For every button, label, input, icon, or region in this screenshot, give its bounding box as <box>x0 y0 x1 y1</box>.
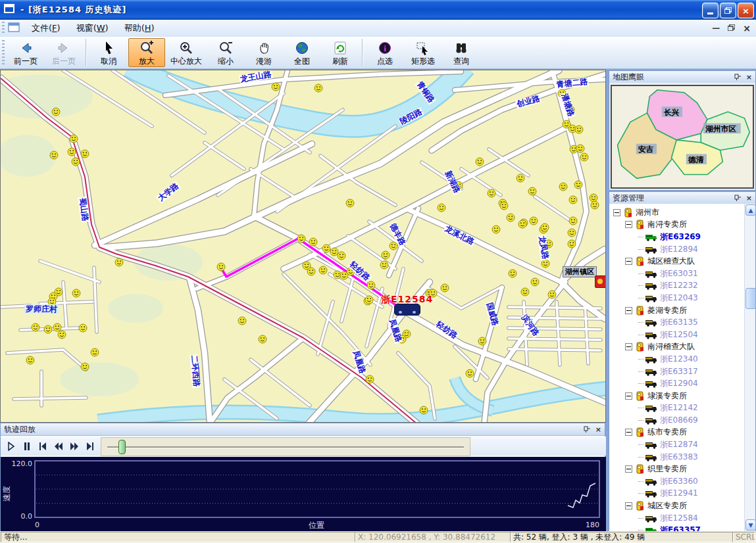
toolbar-button-zoom-in[interactable]: 放大 <box>128 38 165 67</box>
map-marker[interactable] <box>115 258 123 266</box>
tree-vehicle-浙E63357[interactable]: 浙E63357 <box>609 524 745 531</box>
map-marker[interactable] <box>507 214 515 222</box>
close-button[interactable]: × <box>738 3 754 18</box>
map-marker[interactable] <box>590 194 597 202</box>
map-marker[interactable] <box>68 148 76 156</box>
tree-vehicle-浙E12941[interactable]: 浙E12941 <box>609 488 745 500</box>
tree-vehicle-浙E12232[interactable]: 浙E12232 <box>609 280 745 293</box>
map-marker[interactable] <box>530 217 538 225</box>
tree-vehicle-浙E12340[interactable]: 浙E12340 <box>609 353 745 366</box>
slider-thumb[interactable] <box>118 440 126 454</box>
tree-group-菱湖专卖所[interactable]: 菱湖专卖所 <box>609 304 745 317</box>
map-marker[interactable] <box>367 281 375 289</box>
map-marker[interactable] <box>81 363 89 371</box>
map-marker[interactable] <box>521 288 529 296</box>
tree-vehicle-浙E63360[interactable]: 浙E63360 <box>609 475 745 488</box>
map-marker[interactable] <box>309 238 317 246</box>
map-marker[interactable] <box>272 83 280 91</box>
map-marker[interactable] <box>476 158 484 166</box>
map-marker[interactable] <box>559 183 567 191</box>
playback-slider[interactable] <box>101 437 470 456</box>
toolbar-button-rect-select[interactable]: 矩形选 <box>405 38 441 67</box>
menu-item-f[interactable]: 文件(F) <box>24 20 68 36</box>
map-marker[interactable] <box>575 126 583 133</box>
playback-fast-forward-button[interactable] <box>67 438 82 454</box>
tree-vehicle-浙E12904[interactable]: 浙E12904 <box>609 377 745 390</box>
toolbar-button-zoom-out[interactable]: 缩小 <box>207 38 244 67</box>
map-marker[interactable] <box>438 204 445 212</box>
toolbar-button-binoculars[interactable]: 查询 <box>443 38 480 67</box>
map-marker[interactable] <box>53 323 61 331</box>
tree-vehicle-浙E12504[interactable]: 浙E12504 <box>609 329 745 341</box>
playback-play-button[interactable] <box>4 438 18 454</box>
map-marker[interactable] <box>346 199 354 207</box>
close-icon[interactable]: × <box>746 74 752 81</box>
expand-icon[interactable] <box>625 258 632 265</box>
tree-group-城区稽查大队[interactable]: 城区稽查大队 <box>609 255 745 268</box>
expand-icon[interactable] <box>625 502 632 509</box>
toolbar-button-info-point[interactable]: i点选 <box>366 38 403 67</box>
tree-vehicle-浙E63317[interactable]: 浙E63317 <box>609 366 745 378</box>
map-marker[interactable] <box>574 181 582 189</box>
expand-icon[interactable] <box>625 221 632 228</box>
pin-icon[interactable] <box>734 73 742 82</box>
map-marker[interactable] <box>542 260 549 268</box>
playback-rewind-button[interactable] <box>51 438 66 454</box>
map-marker[interactable] <box>319 266 327 274</box>
mdi-close-icon[interactable]: × <box>743 23 751 34</box>
playback-skip-start-button[interactable] <box>36 438 50 454</box>
map-marker[interactable] <box>297 235 305 243</box>
map-marker[interactable] <box>517 174 524 182</box>
map-marker[interactable] <box>217 263 225 271</box>
map-marker[interactable] <box>568 240 576 248</box>
map-marker[interactable] <box>259 335 266 343</box>
map-marker[interactable] <box>79 324 87 332</box>
expand-icon[interactable] <box>625 307 632 314</box>
map-marker[interactable] <box>365 296 373 304</box>
map-marker[interactable] <box>531 278 539 286</box>
close-icon[interactable]: × <box>595 426 601 433</box>
mdi-restore-icon[interactable] <box>728 24 735 33</box>
tree-vehicle-浙E12894[interactable]: 浙E12894 <box>609 243 745 256</box>
map-marker[interactable] <box>91 348 99 356</box>
mdi-child-icon[interactable] <box>8 22 20 35</box>
tree-group-织里专卖所[interactable]: 织里专卖所 <box>609 463 745 475</box>
map-marker[interactable] <box>50 151 58 159</box>
tree-root[interactable]: 湖州市 <box>609 206 745 219</box>
map-marker[interactable] <box>315 84 322 92</box>
tree-vehicle-浙E63269[interactable]: 浙E63269 <box>609 231 745 243</box>
map-marker[interactable] <box>420 406 428 414</box>
toolbar-button-refresh[interactable]: 刷新 <box>322 38 359 67</box>
minimize-button[interactable] <box>702 3 718 18</box>
map-marker[interactable] <box>541 224 549 231</box>
expand-icon[interactable] <box>625 343 632 350</box>
slider-track[interactable] <box>107 446 464 448</box>
tree-group-埭溪专卖所[interactable]: 埭溪专卖所 <box>609 390 745 402</box>
toolbar-button-globe[interactable]: 全图 <box>284 38 320 67</box>
playback-pause-button[interactable] <box>20 438 34 454</box>
map-marker[interactable] <box>322 245 330 252</box>
toolbar-grip[interactable] <box>2 40 5 65</box>
map-marker[interactable] <box>500 202 508 210</box>
close-icon[interactable]: × <box>746 195 752 202</box>
map-marker[interactable] <box>466 369 474 377</box>
map-marker[interactable] <box>81 150 89 158</box>
map-marker[interactable] <box>238 317 246 325</box>
map-marker[interactable] <box>580 153 588 161</box>
map-marker[interactable] <box>569 217 577 225</box>
map-marker[interactable] <box>441 284 449 292</box>
map-marker[interactable] <box>330 248 338 256</box>
mdi-minimize-icon[interactable]: — <box>712 24 720 33</box>
poi-emblem-icon[interactable] <box>595 275 606 288</box>
map-marker[interactable] <box>52 108 60 116</box>
map-marker[interactable] <box>44 325 52 333</box>
map-marker[interactable] <box>591 201 599 209</box>
map-marker[interactable] <box>509 270 517 277</box>
map-marker[interactable] <box>488 189 495 197</box>
map-marker[interactable] <box>518 220 526 228</box>
map-marker[interactable] <box>492 225 500 233</box>
tree-vehicle-浙E63383[interactable]: 浙E63383 <box>609 451 745 463</box>
map-marker[interactable] <box>72 289 80 297</box>
tree-vehicle-浙E12874[interactable]: 浙E12874 <box>609 438 745 451</box>
map-marker[interactable] <box>366 375 374 383</box>
